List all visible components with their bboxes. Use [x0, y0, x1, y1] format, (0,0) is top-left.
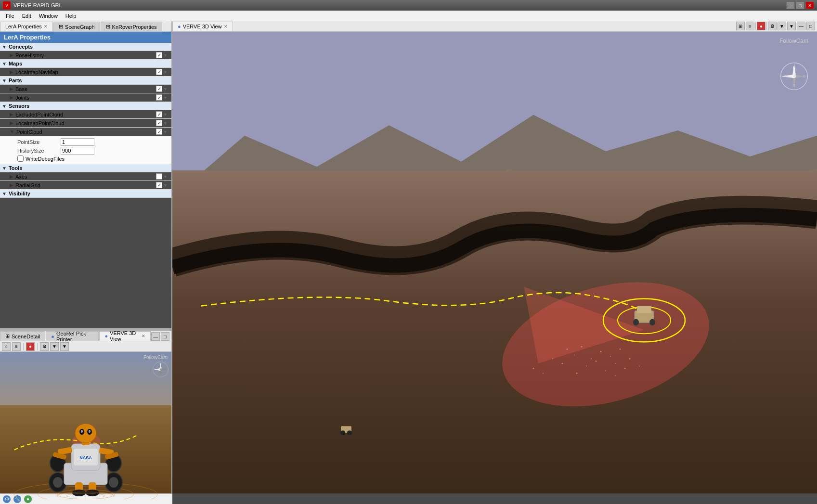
- joints-dropdown[interactable]: ▼: [163, 95, 168, 100]
- tab-sceneg-label: SceneGraph: [65, 24, 95, 30]
- radialgrid-controls: ✓ ▼: [156, 182, 168, 188]
- posehistory-checkbox[interactable]: ✓: [156, 52, 162, 58]
- section-sensors[interactable]: ▼ Sensors: [0, 102, 171, 110]
- tree-item-radialgrid[interactable]: ▶ RadialGrid ✓ ▼: [0, 181, 171, 190]
- tree-item-axes[interactable]: ▶ Axes ▼: [0, 172, 171, 181]
- bt-down1[interactable]: ▼: [50, 342, 59, 351]
- tab-georef-icon: ●: [51, 334, 54, 339]
- tab-scene-detail-icon: ⊞: [5, 333, 10, 339]
- tab-verve-bottom-icon: ●: [104, 333, 108, 339]
- writedebug-row: WriteDebugFiles: [17, 155, 169, 162]
- svg-point-29: [86, 490, 99, 496]
- tree-item-base[interactable]: ▶ Base ✓ ▼: [0, 85, 171, 93]
- excludedpc-dropdown[interactable]: ▼: [163, 112, 168, 117]
- historysize-input[interactable]: [61, 147, 94, 155]
- status-icon-wrench[interactable]: 🔧: [13, 495, 21, 503]
- tab-verve-3d-bottom[interactable]: ● VERVE 3D View ✕: [99, 331, 151, 341]
- historysize-label: HistorySize: [17, 148, 61, 154]
- 3d-maximize[interactable]: □: [806, 22, 815, 30]
- tree-item-pointcloud[interactable]: ▼ PointCloud ✓ ▼: [0, 128, 171, 136]
- tab-verve-label: VERVE 3D View: [183, 24, 222, 29]
- 3d-minimize[interactable]: —: [797, 22, 805, 30]
- 3d-view-icons-1[interactable]: ⊞: [736, 22, 745, 30]
- tab-georef[interactable]: ● GeoRef Pick Printer: [46, 331, 99, 341]
- localmappc-checkbox[interactable]: ✓: [156, 120, 162, 126]
- section-tools[interactable]: ▼ Tools: [0, 164, 171, 172]
- base-dropdown[interactable]: ▼: [163, 87, 168, 91]
- maps-arrow: ▼: [2, 61, 7, 66]
- bottom-tab-min[interactable]: —: [151, 332, 160, 341]
- bt-layers[interactable]: ≡: [12, 342, 21, 351]
- base-checkbox[interactable]: ✓: [156, 86, 162, 92]
- radialgrid-checkbox[interactable]: ✓: [156, 182, 162, 188]
- menu-window[interactable]: Window: [35, 12, 62, 20]
- 3d-record-btn[interactable]: ●: [757, 22, 765, 30]
- section-concepts[interactable]: ▼ Concepts: [0, 43, 171, 51]
- joints-arrow: ▶: [10, 95, 13, 100]
- posehistory-dropdown[interactable]: ▼: [163, 53, 168, 58]
- tree-item-excludedpointcloud[interactable]: ▶ ExcludedPointCloud ✓ ▼: [0, 110, 171, 119]
- svg-point-25: [89, 430, 91, 433]
- joints-controls: ✓ ▼: [156, 94, 168, 101]
- properties-panel: LerA Properties ▼ Concepts ▶ PoseHistory…: [0, 32, 171, 328]
- concepts-arrow: ▼: [2, 44, 7, 50]
- writedebug-checkbox[interactable]: [17, 155, 24, 162]
- 3d-view-icons-2[interactable]: ≡: [746, 22, 754, 30]
- pointcloud-dropdown[interactable]: ▼: [163, 129, 168, 134]
- svg-point-7: [53, 477, 63, 488]
- section-visibility[interactable]: ▼ Visibility: [0, 190, 171, 198]
- tree-item-localmappointcloud[interactable]: ▶ LocalmapPointCloud ✓ ▼: [0, 119, 171, 128]
- menu-edit[interactable]: Edit: [18, 12, 35, 20]
- status-icon-gear[interactable]: ⚙: [3, 495, 11, 503]
- pointsize-input[interactable]: [61, 138, 94, 146]
- bt-record[interactable]: ●: [26, 342, 35, 351]
- menu-file[interactable]: File: [2, 12, 18, 20]
- bt-home[interactable]: ⌂: [2, 342, 11, 351]
- 3d-dropdown-2[interactable]: ▼: [787, 22, 796, 30]
- tab-scene-detail[interactable]: ⊞ SceneDetail: [0, 331, 45, 341]
- localmappc-controls: ✓ ▼: [156, 120, 168, 126]
- tab-verve-bottom-close[interactable]: ✕: [142, 334, 145, 338]
- maps-label: Maps: [9, 61, 22, 66]
- localmappc-dropdown[interactable]: ▼: [163, 121, 168, 126]
- tab-scene-graph[interactable]: ⊞ SceneGraph: [53, 22, 100, 31]
- tab-lera-properties[interactable]: LerA Properties ✕: [0, 22, 53, 31]
- tree-item-posehistory[interactable]: ▶ PoseHistory ✓ ▼: [0, 51, 171, 60]
- tree-item-localmapnavmap[interactable]: ▶ LocalmapNavMap ✓ ▼: [0, 68, 171, 77]
- axes-checkbox[interactable]: [156, 173, 162, 180]
- tree-item-joints[interactable]: ▶ Joints ✓ ▼: [0, 93, 171, 102]
- maximize-button[interactable]: □: [796, 1, 804, 9]
- tab-verve-close[interactable]: ✕: [224, 24, 228, 29]
- excludedpc-checkbox[interactable]: ✓: [156, 111, 162, 117]
- close-button[interactable]: ✕: [805, 1, 814, 9]
- bt-settings[interactable]: ⚙: [40, 342, 49, 351]
- verve-divider-1: [755, 22, 756, 30]
- base-label: Base: [15, 86, 156, 92]
- main-content: LerA Properties ✕ ⊞ SceneGraph ⊞ KnRover…: [0, 21, 817, 504]
- sky-main: [172, 32, 817, 194]
- section-maps[interactable]: ▼ Maps: [0, 60, 171, 68]
- menu-help[interactable]: Help: [62, 12, 80, 20]
- tab-georef-label: GeoRef Pick Printer: [56, 331, 93, 342]
- tab-kn-rover[interactable]: ⊞ KnRoverProperties: [101, 22, 162, 31]
- svg-text:S: S: [793, 83, 795, 88]
- localmapnavmap-checkbox[interactable]: ✓: [156, 69, 162, 75]
- 3d-settings-btn[interactable]: ⚙: [768, 22, 777, 30]
- radialgrid-label: RadialGrid: [15, 182, 156, 188]
- localmapnavmap-dropdown[interactable]: ▼: [163, 70, 168, 75]
- joints-checkbox[interactable]: ✓: [156, 94, 162, 101]
- bottom-tab-max[interactable]: □: [161, 332, 169, 341]
- tab-verve-3d-view[interactable]: ● VERVE 3D View ✕: [172, 22, 233, 31]
- minimize-button[interactable]: —: [786, 1, 795, 9]
- tab-lera-close[interactable]: ✕: [44, 24, 48, 29]
- radialgrid-dropdown[interactable]: ▼: [163, 183, 168, 188]
- posehistory-arrow: ▶: [10, 52, 13, 58]
- status-icon-circle[interactable]: ●: [24, 495, 32, 503]
- section-parts[interactable]: ▼ Parts: [0, 77, 171, 85]
- pointcloud-checkbox[interactable]: ✓: [156, 129, 162, 135]
- 3d-dropdown-1[interactable]: ▼: [778, 22, 786, 30]
- excludedpc-label: ExcludedPointCloud: [15, 112, 156, 117]
- svg-point-21: [75, 424, 96, 443]
- bt-down2[interactable]: ▼: [60, 342, 69, 351]
- axes-dropdown[interactable]: ▼: [163, 174, 168, 179]
